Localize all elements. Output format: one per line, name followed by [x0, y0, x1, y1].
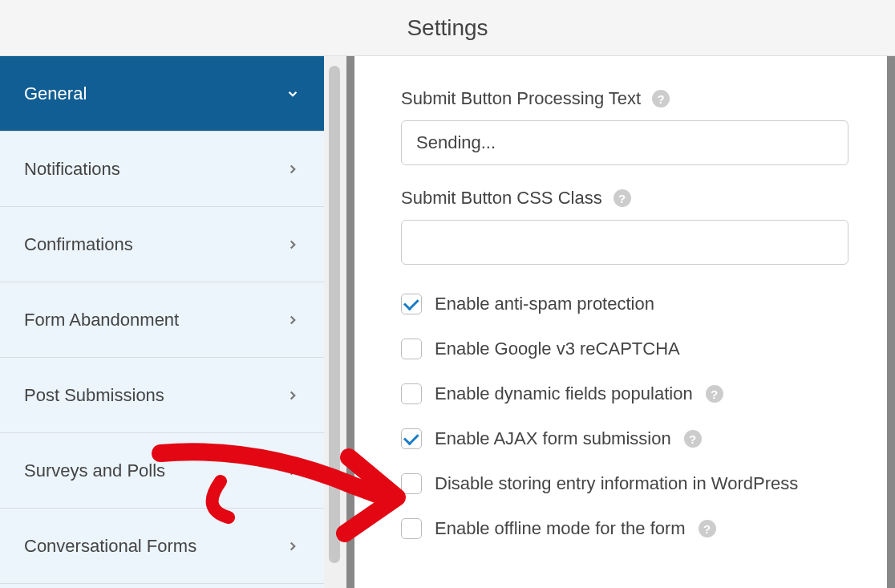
sidebar-item-label: Post Submissions [24, 385, 164, 406]
panel-divider [346, 56, 354, 588]
help-icon[interactable]: ? [652, 90, 670, 107]
checkbox-ajax[interactable] [401, 428, 422, 449]
sidebar-item-label: Notifications [24, 159, 120, 180]
sidebar-item-conversational-forms[interactable]: Conversational Forms [0, 509, 324, 584]
help-icon[interactable]: ? [699, 520, 716, 537]
css-class-input[interactable] [401, 220, 848, 265]
checkbox-offline[interactable] [401, 518, 422, 539]
field-processing-text: Submit Button Processing Text ? [401, 88, 855, 165]
sidebar-item-label: Surveys and Polls [24, 460, 165, 481]
sidebar-item-general[interactable]: General [0, 56, 324, 132]
checkbox-label: Enable offline mode for the form [435, 518, 686, 539]
help-icon[interactable]: ? [684, 430, 702, 448]
css-class-label: Submit Button CSS Class [401, 188, 602, 209]
right-edge-divider [887, 56, 895, 588]
help-icon[interactable]: ? [614, 189, 631, 207]
checkbox-label: Enable anti-spam protection [435, 294, 654, 314]
checkbox-row-disable-storing: Disable storing entry information in Wor… [401, 473, 855, 494]
checkbox-row-offline: Enable offline mode for the form ? [401, 518, 855, 539]
sidebar-item-label: Form Abandonment [24, 310, 179, 330]
chevron-right-icon [286, 539, 300, 554]
settings-sidebar: General Notifications Confirmations Form… [0, 56, 324, 588]
sidebar-item-post-submissions[interactable]: Post Submissions [0, 358, 324, 433]
processing-text-label: Submit Button Processing Text [401, 88, 641, 109]
sidebar-item-confirmations[interactable]: Confirmations [0, 207, 324, 282]
help-icon[interactable]: ? [706, 385, 723, 403]
checkbox-label: Disable storing entry information in Wor… [435, 473, 798, 494]
sidebar-item-form-abandonment[interactable]: Form Abandonment [0, 282, 324, 358]
checkbox-antispam[interactable] [401, 294, 422, 314]
chevron-right-icon [286, 464, 300, 478]
checkbox-label: Enable AJAX form submission [435, 428, 671, 449]
chevron-right-icon [286, 237, 300, 252]
sidebar-item-label: Conversational Forms [24, 536, 196, 557]
checkbox-label: Enable Google v3 reCAPTCHA [435, 339, 680, 359]
sidebar-item-label: Confirmations [24, 234, 133, 255]
page-title: Settings [407, 15, 488, 41]
sidebar-item-surveys-polls[interactable]: Surveys and Polls [0, 433, 324, 509]
sidebar-item-notifications[interactable]: Notifications [0, 132, 324, 207]
chevron-right-icon [286, 313, 300, 327]
checkbox-row-recaptcha: Enable Google v3 reCAPTCHA [401, 339, 855, 359]
checkbox-row-antispam: Enable anti-spam protection [401, 294, 855, 314]
chevron-right-icon [286, 162, 300, 176]
checkbox-recaptcha[interactable] [401, 339, 422, 359]
chevron-down-icon [286, 87, 300, 101]
chevron-right-icon [286, 388, 300, 403]
checkbox-row-ajax: Enable AJAX form submission ? [401, 428, 855, 449]
settings-header: Settings [0, 0, 895, 56]
field-css-class: Submit Button CSS Class ? [401, 188, 855, 265]
settings-main-panel: Submit Button Processing Text ? Submit B… [361, 56, 895, 588]
panel-divider-inner [354, 56, 361, 588]
sidebar-item-label: General [24, 83, 87, 104]
checkbox-row-dynamic-fields: Enable dynamic fields population ? [401, 383, 855, 404]
checkbox-label: Enable dynamic fields population [435, 383, 693, 404]
checkbox-dynamic-fields[interactable] [401, 383, 422, 404]
sidebar-scrollbar[interactable] [329, 66, 340, 563]
checkbox-disable-storing[interactable] [401, 473, 422, 494]
processing-text-input[interactable] [401, 120, 848, 165]
